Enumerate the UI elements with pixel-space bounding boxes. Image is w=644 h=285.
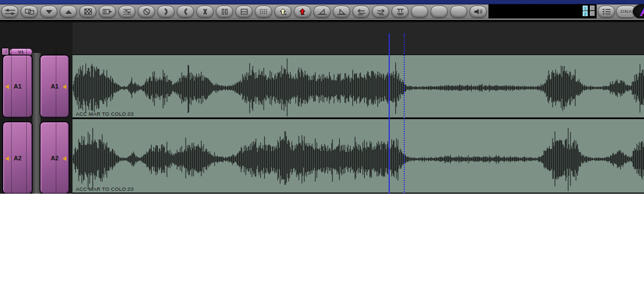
avid-logo-letter: A (633, 4, 644, 19)
step-down-button[interactable] (40, 6, 57, 18)
audio-monitor-icon[interactable] (62, 156, 66, 161)
audio-track-a1-clip[interactable]: ACC MAR TO COLO.03 (72, 55, 644, 119)
slip-left-icon (355, 8, 367, 16)
paren-left-icon (180, 8, 192, 16)
blank-2-button[interactable] (430, 6, 448, 18)
audio-monitor-button[interactable] (469, 6, 487, 18)
splice-in-arrow-icon (277, 8, 289, 16)
track-selector-panel: V1 A1A1A2A2 (0, 22, 72, 194)
motion-effect-icon (101, 8, 114, 16)
checkerboard-icon (82, 8, 94, 16)
track-label: A1 (51, 83, 59, 90)
track-label: A2 (13, 155, 21, 161)
overwrite-button[interactable] (294, 6, 311, 18)
trim-b-side-button[interactable] (177, 6, 194, 18)
slip-left-button[interactable] (352, 6, 370, 18)
triangle-down-icon (43, 8, 55, 16)
timeline-fast-menu-button[interactable] (598, 6, 615, 18)
collapse-button[interactable] (118, 6, 135, 18)
edit-cursor-line[interactable] (404, 33, 405, 194)
track-label: A1 (13, 83, 21, 90)
window-top-accent (0, 0, 644, 4)
dash-rows-icon (258, 8, 270, 16)
panel-menu-icon[interactable] (2, 48, 8, 55)
mixer-icon (4, 8, 16, 16)
grid-tool-button[interactable] (21, 6, 38, 18)
paren-right-icon (160, 8, 172, 16)
source-track-indicator-2[interactable]: 2 (583, 11, 588, 16)
trim-right-icon (336, 8, 348, 16)
motion-effect-button[interactable] (99, 6, 116, 18)
segment-lines-button[interactable] (255, 6, 272, 18)
record-track-button-a1[interactable]: A1 (40, 55, 69, 117)
avid-timeline-window: 12 DNA A V1 A1A1A2A2 ACC MAR TO COLO.03 … (0, 0, 644, 285)
avid-logo: A (632, 4, 644, 19)
mark-clip-button[interactable] (391, 6, 409, 18)
record-track-indicator-1[interactable] (590, 6, 595, 11)
blank-3-button[interactable] (450, 6, 467, 18)
trim-a-side-button[interactable] (157, 6, 175, 18)
slip-right-icon (375, 8, 387, 16)
dual-bar-icon (219, 8, 231, 16)
disable-clip-button[interactable] (138, 6, 155, 18)
trim-right-button[interactable] (333, 6, 350, 18)
record-track-indicator-2[interactable] (590, 11, 595, 16)
main-toolbar: 12 DNA A (0, 4, 644, 19)
paren-pair-icon (199, 8, 211, 16)
audio-monitor-icon[interactable] (5, 85, 9, 89)
blank-1-button[interactable] (411, 6, 428, 18)
audio-mix-tool-button[interactable] (1, 6, 18, 18)
source-track-button-a1[interactable]: A1 (3, 55, 32, 117)
step-up-button[interactable] (60, 6, 77, 18)
timeline-tracks: ACC MAR TO COLO.03 ACC MAR TO COLO.03 (72, 55, 644, 194)
trim-left-button[interactable] (313, 6, 331, 18)
overwrite-arrow-icon (297, 8, 309, 16)
collapse-icon (121, 8, 133, 16)
audio-track-a2-clip[interactable]: ACC MAR TO COLO.03 (72, 119, 644, 194)
splice-in-button[interactable] (274, 6, 292, 18)
trim-left-icon (316, 8, 328, 16)
record-track-button-a2[interactable]: A2 (40, 122, 69, 194)
timecode-display: 12 (488, 4, 597, 19)
playhead-line[interactable] (389, 33, 390, 194)
slip-right-button[interactable] (372, 6, 389, 18)
triangle-up-icon (62, 8, 75, 16)
box-line-icon (238, 8, 250, 16)
effect-contents-button[interactable] (235, 6, 253, 18)
waveform (72, 119, 644, 193)
track-label: A2 (51, 155, 59, 161)
audio-monitor-icon[interactable] (62, 85, 66, 89)
timeline-empty-area (72, 22, 644, 55)
render-effect-button[interactable] (79, 6, 96, 18)
trim-ab-sides-button[interactable] (196, 6, 214, 18)
track-select-grid: 12 (583, 6, 595, 16)
audio-monitor-icon[interactable] (5, 156, 9, 161)
grid-icon (23, 8, 36, 16)
source-track-indicator-1[interactable]: 1 (583, 6, 588, 11)
source-track-button-a2[interactable]: A2 (3, 122, 32, 194)
list-icon (601, 8, 613, 16)
dual-split-button[interactable] (216, 6, 233, 18)
no-symbol-icon (141, 8, 153, 16)
toolbar-button-row (1, 6, 487, 18)
waveform (72, 55, 644, 119)
panel-center-gutter (32, 53, 41, 194)
mark-clip-icon (394, 8, 406, 16)
speaker-icon (472, 8, 485, 16)
